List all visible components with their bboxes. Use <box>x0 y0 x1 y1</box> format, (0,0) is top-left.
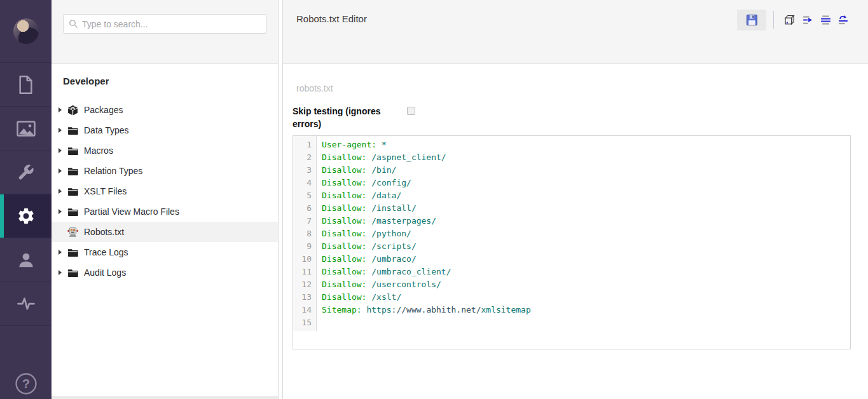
indent-button[interactable] <box>799 11 816 28</box>
skip-testing-checkbox[interactable] <box>407 107 415 115</box>
tree-item-label: Relation Types <box>84 166 142 176</box>
code-token: /install/ <box>371 203 416 213</box>
umbraco-backoffice: ? Developer Packages Data Types Macros R… <box>0 0 868 399</box>
code-line[interactable]: Disallow: /bin/ <box>322 164 850 177</box>
editor-gutter: 123456789101112131415 <box>293 136 317 331</box>
tree-item-trace-logs[interactable]: Trace Logs <box>52 242 278 262</box>
tree-item-partial-view-macro-files[interactable]: Partial View Macro Files <box>52 201 278 222</box>
save-icon <box>746 14 758 26</box>
code-token: Sitemap: <box>322 305 366 314</box>
code-token: Disallow: <box>322 292 371 302</box>
package-icon <box>67 105 78 116</box>
tree-item-macros[interactable]: Macros <box>52 140 278 161</box>
tree-item-robots-txt[interactable]: Robots.txt <box>52 222 278 242</box>
line-number: 6 <box>293 202 316 215</box>
code-token: * <box>382 140 387 149</box>
code-line[interactable]: Disallow: /xslt/ <box>322 291 850 304</box>
help-button[interactable]: ? <box>0 372 52 395</box>
tree-item-icon <box>67 125 78 136</box>
code-token: Disallow: <box>322 241 371 251</box>
sidebar-item-icon <box>17 75 34 95</box>
sidebar-item-developer[interactable] <box>0 194 52 238</box>
editor-header: Robots.txt Editor <box>283 0 868 64</box>
code-line[interactable]: Disallow: /masterpages/ <box>322 215 850 227</box>
folder-icon <box>67 126 78 135</box>
code-line[interactable]: Disallow: /install/ <box>322 202 850 215</box>
sidebar-item-content[interactable] <box>0 63 52 107</box>
code-token: ://www.abhith.net/ <box>392 305 481 314</box>
expand-caret-icon[interactable] <box>59 189 62 194</box>
code-line[interactable]: Disallow: /data/ <box>322 189 850 202</box>
sidebar-item-icon <box>17 206 36 226</box>
folder-icon <box>67 207 78 217</box>
tree-item-xslt-files[interactable]: XSLT Files <box>52 181 278 201</box>
undo-format-button[interactable] <box>835 11 851 28</box>
sidebar-item-health[interactable] <box>0 282 52 326</box>
expand-caret-icon[interactable] <box>59 107 62 112</box>
line-number: 1 <box>293 139 316 151</box>
toolbar-divider <box>773 11 774 29</box>
folder-icon <box>67 166 78 176</box>
document-icon <box>17 75 34 95</box>
insert-macro-button[interactable] <box>782 11 798 28</box>
line-number: 5 <box>293 189 316 202</box>
line-number: 11 <box>293 266 316 278</box>
code-line[interactable]: Disallow: /aspnet_client/ <box>322 151 850 164</box>
folder-icon <box>67 268 78 278</box>
code-line[interactable]: Disallow: /python/ <box>322 227 850 240</box>
tree-item-relation-types[interactable]: Relation Types <box>52 161 278 181</box>
tree-item-packages[interactable]: Packages <box>52 100 278 120</box>
user-avatar[interactable] <box>13 18 39 44</box>
code-token: /config/ <box>371 178 411 187</box>
tree-item-audit-logs[interactable]: Audit Logs <box>52 262 278 283</box>
code-editor[interactable]: 123456789101112131415 User-agent: *Disal… <box>293 135 851 349</box>
tree-horizontal-scrollbar[interactable] <box>52 396 278 399</box>
code-line[interactable]: Disallow: /usercontrols/ <box>322 278 850 291</box>
line-number: 15 <box>293 316 316 329</box>
tree-item-label: XSLT Files <box>84 186 127 196</box>
editor-code-area[interactable]: User-agent: *Disallow: /aspnet_client/Di… <box>317 136 850 349</box>
expand-caret-icon[interactable] <box>59 250 62 255</box>
code-line[interactable]: Disallow: /umbraco_client/ <box>322 266 850 278</box>
save-button[interactable] <box>737 10 766 30</box>
code-token: Disallow: <box>322 165 371 175</box>
editor-toolbar <box>737 9 852 30</box>
code-line[interactable]: Disallow: /umbraco/ <box>322 253 850 266</box>
search-box <box>63 14 266 34</box>
tree-item-label: Robots.txt <box>84 227 124 237</box>
search-icon <box>69 19 78 29</box>
sidebar-item-media[interactable] <box>0 107 52 151</box>
panel-splitter[interactable] <box>279 0 283 399</box>
app-sidebar: ? <box>0 0 52 399</box>
expand-caret-icon[interactable] <box>59 168 62 173</box>
code-line[interactable]: Sitemap: https://www.abhith.net/xmlsitem… <box>322 304 850 316</box>
indent-icon <box>802 14 814 26</box>
tree-item-data-types[interactable]: Data Types <box>52 120 278 140</box>
sidebar-item-icon <box>17 121 36 137</box>
code-token: /scripts/ <box>371 241 416 251</box>
svg-text:?: ? <box>22 377 29 391</box>
code-line[interactable] <box>322 316 850 329</box>
format-lines-icon <box>820 14 832 26</box>
expand-caret-icon[interactable] <box>59 270 62 275</box>
code-token: Disallow: <box>322 229 371 238</box>
code-token: Disallow: <box>322 280 371 289</box>
sidebar-item-settings[interactable] <box>0 151 52 194</box>
tree-item-icon <box>67 267 78 278</box>
search-input[interactable] <box>82 19 261 29</box>
code-line[interactable]: User-agent: * <box>322 139 850 151</box>
expand-caret-icon[interactable] <box>59 148 62 153</box>
expand-caret-icon[interactable] <box>59 128 62 133</box>
editor-panel: Robots.txt Editor robo <box>283 0 868 399</box>
line-number: 13 <box>293 291 316 304</box>
expand-caret-icon[interactable] <box>59 209 62 214</box>
code-token: Disallow: <box>322 203 371 213</box>
code-line[interactable]: Disallow: /scripts/ <box>322 240 850 253</box>
format-button[interactable] <box>817 11 834 28</box>
code-token: Disallow: <box>322 254 371 264</box>
sidebar-item-users[interactable] <box>0 238 52 282</box>
tree-item-label: Audit Logs <box>84 267 126 278</box>
code-line[interactable]: Disallow: /config/ <box>322 177 850 189</box>
tree-item-icon <box>67 166 78 177</box>
wrench-icon <box>17 163 35 182</box>
